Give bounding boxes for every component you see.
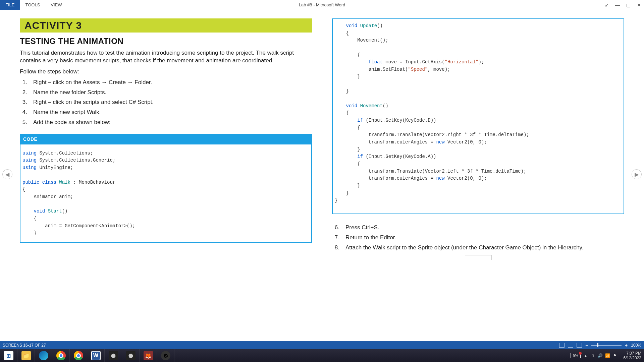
step-text: Name the new folder Scripts. [33,88,312,97]
step-number: 3. [20,98,33,106]
step-text: Name the new script Walk. [33,108,312,116]
list-item: 4.Name the new script Walk. [20,108,312,116]
activity-banner: ACTIVITY 3 [20,18,312,33]
minimize-icon[interactable]: — [615,3,620,7]
view-mode-icon[interactable] [577,343,582,348]
tray-icon[interactable]: ⎍ [591,353,595,358]
chrome-icon[interactable] [52,349,70,362]
step-text: Right – click on the Assets → Create → F… [33,78,312,86]
page-nav-right: ▶ [629,10,644,339]
step-text: Return to the Editor. [345,234,624,242]
steps-list-left: 1.Right – click on the Assets → Create →… [20,78,312,126]
code-block-right: void Update() { Movement(); { float move… [332,18,624,214]
clock-date: 6/12/2023 [624,356,641,360]
battery-indicator[interactable]: 9% [571,353,581,358]
page-left: ACTIVITY 3 TESTING THE ANIMATION This tu… [20,18,312,339]
taskbar: ⊞ 📁 W ⬢ ⬣ 🦊 ⚙ 9% ▴ ⎍ 🔊 📶 ⚑ 7:07 PM 6/12/… [0,349,644,362]
pages-container: ACTIVITY 3 TESTING THE ANIMATION This tu… [15,10,629,339]
list-item: 5.Add the code as shown below: [20,118,312,126]
section-title: TESTING THE ANIMATION [20,37,312,46]
clock-time: 7:07 PM [624,351,641,356]
list-item: 7.Return to the Editor. [332,234,624,242]
status-right: − + 100% [559,343,641,348]
intro-text: This tutorial demonstrates how to test t… [20,49,312,65]
step-number: 2. [20,88,33,97]
tray-icon[interactable]: ⚑ [613,353,618,358]
step-number: 6. [332,224,345,232]
unity-icon[interactable]: ⬣ [122,349,140,362]
zoom-level: 100% [631,343,641,348]
window-title: Lab #8 - Microsoft Word [299,2,345,7]
step-text: Right – click on the scripts and select … [33,98,312,106]
step-number: 1. [20,78,33,86]
view-mode-icon[interactable] [559,343,565,348]
code-block-left: using System.Collections; using System.C… [20,144,312,243]
step-text: Add the code as shown below: [33,118,312,126]
menu-file[interactable]: FILE [0,0,20,10]
page-nav-left: ◀ [0,10,15,339]
menu-bar: FILE TOOLS VIEW Lab #8 - Microsoft Word … [0,0,644,10]
status-bar: SCREENS 16-17 OF 27 − + 100% [0,341,644,349]
unity-hub-icon[interactable]: ⬢ [105,349,122,362]
zoom-in-button[interactable]: + [625,343,628,348]
list-item: 3.Right – click on the scripts and selec… [20,98,312,106]
zoom-slider[interactable] [591,345,622,346]
fullscreen-icon[interactable]: ⤢ [604,3,609,7]
follow-text: Follow the steps below: [20,68,312,76]
volume-icon[interactable]: 🔊 [598,353,603,358]
app-icon[interactable]: 🦊 [140,349,157,362]
page-break-indicator [465,255,492,260]
list-item: 6.Press Ctrl+S. [332,224,624,232]
file-explorer-icon[interactable]: 📁 [17,349,35,362]
edge-icon[interactable] [35,349,52,362]
steps-list-right: 6.Press Ctrl+S. 7.Return to the Editor. … [332,224,624,251]
list-item: 8.Attach the Walk script to the Sprite o… [332,244,624,252]
maximize-icon[interactable]: ▢ [626,3,631,7]
clock[interactable]: 7:07 PM 6/12/2023 [620,351,641,361]
list-item: 1.Right – click on the Assets → Create →… [20,78,312,86]
network-icon[interactable]: 📶 [605,353,610,358]
next-page-button[interactable]: ▶ [632,169,642,179]
status-screens: SCREENS 16-17 OF 27 [3,343,46,348]
step-number: 5. [20,118,33,126]
code-header: CODE [20,134,312,144]
menu-tools[interactable]: TOOLS [20,0,45,10]
prev-page-button[interactable]: ◀ [2,169,12,179]
close-icon[interactable]: ✕ [637,3,641,7]
tray-chevron-icon[interactable]: ▴ [583,353,588,358]
start-button[interactable]: ⊞ [0,349,17,362]
battery-warning-icon [579,352,582,355]
list-item: 2.Name the new folder Scripts. [20,88,312,97]
step-text: Attach the Walk script to the Sprite obj… [345,244,624,252]
word-icon[interactable]: W [87,349,105,362]
step-text: Press Ctrl+S. [345,224,624,232]
step-number: 4. [20,108,33,116]
page-right: void Update() { Movement(); { float move… [332,18,624,339]
menu-view[interactable]: VIEW [45,0,67,10]
step-number: 8. [332,244,345,252]
system-tray: 9% ▴ ⎍ 🔊 📶 ⚑ 7:07 PM 6/12/2023 [571,351,644,361]
document-area: ◀ ACTIVITY 3 TESTING THE ANIMATION This … [0,10,644,339]
zoom-out-button[interactable]: − [585,343,588,348]
app-icon[interactable]: ⚙ [157,349,174,362]
chrome-canary-icon[interactable] [70,349,87,362]
window-controls: ⤢ — ▢ ✕ [604,3,641,7]
step-number: 7. [332,234,345,242]
view-mode-icon[interactable] [568,343,573,348]
